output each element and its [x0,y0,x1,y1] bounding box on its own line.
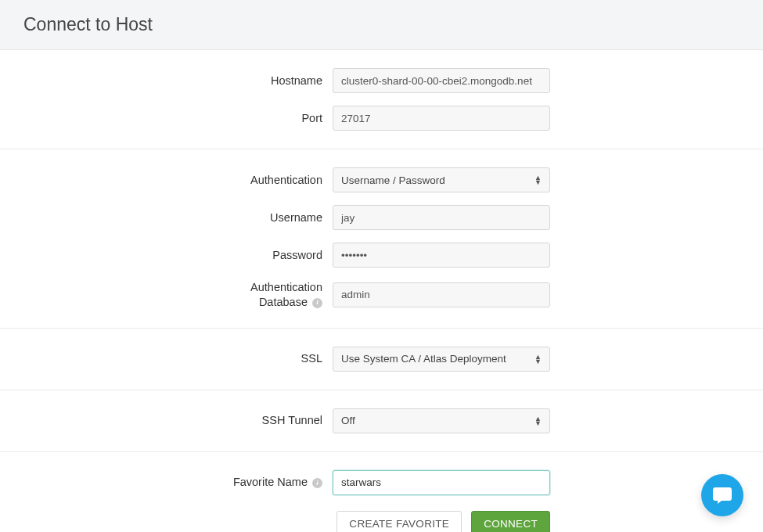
authentication-label: Authentication [0,173,333,188]
authentication-select-value: Username / Password [341,174,445,186]
info-icon[interactable]: i [312,478,322,488]
ssl-label: SSL [0,351,333,366]
authdb-input[interactable] [333,282,550,307]
select-arrows-icon: ▲▼ [534,416,542,426]
favorite-name-input[interactable] [333,470,550,495]
ssh-select-value: Off [341,415,355,426]
username-label: Username [0,210,333,225]
row-ssh: SSH Tunnel Off ▲▼ [0,402,763,440]
row-hostname: Hostname [0,62,763,99]
chat-widget-button[interactable] [701,474,743,516]
section-ssl: SSL Use System CA / Atlas Deployment ▲▼ [0,329,763,390]
header: Connect to Host [0,0,763,50]
port-input[interactable] [333,106,550,131]
ssh-label: SSH Tunnel [0,413,333,428]
info-icon[interactable]: i [312,298,322,308]
row-username: Username [0,199,763,236]
hostname-input[interactable] [333,68,550,93]
section-favorite: Favorite Name i CREATE FAVORITE CONNECT [0,452,763,532]
ssl-select-value: Use System CA / Atlas Deployment [341,353,506,365]
select-arrows-icon: ▲▼ [534,354,542,364]
authentication-select[interactable]: Username / Password ▲▼ [333,167,550,192]
connect-button[interactable]: CONNECT [471,511,550,532]
authdb-label: Authentication Database i [0,280,333,310]
row-ssl: SSL Use System CA / Atlas Deployment ▲▼ [0,340,763,378]
favorite-label: Favorite Name i [0,475,333,490]
create-favorite-button[interactable]: CREATE FAVORITE [337,511,462,532]
button-row: CREATE FAVORITE CONNECT [0,501,550,532]
ssh-select[interactable]: Off ▲▼ [333,408,550,433]
section-host: Hostname Port [0,50,763,149]
row-authdb: Authentication Database i [0,274,763,316]
password-input[interactable] [333,243,550,268]
row-favorite: Favorite Name i [0,464,763,501]
chat-icon [711,484,733,506]
password-label: Password [0,248,333,263]
select-arrows-icon: ▲▼ [534,175,542,185]
page-title: Connect to Host [23,14,740,35]
row-port: Port [0,99,763,137]
port-label: Port [0,111,333,126]
section-ssh: SSH Tunnel Off ▲▼ [0,390,763,452]
hostname-label: Hostname [0,74,333,88]
row-password: Password [0,236,763,274]
section-auth: Authentication Username / Password ▲▼ Us… [0,149,763,329]
username-input[interactable] [333,205,550,230]
ssl-select[interactable]: Use System CA / Atlas Deployment ▲▼ [333,347,550,372]
row-authentication: Authentication Username / Password ▲▼ [0,161,763,199]
